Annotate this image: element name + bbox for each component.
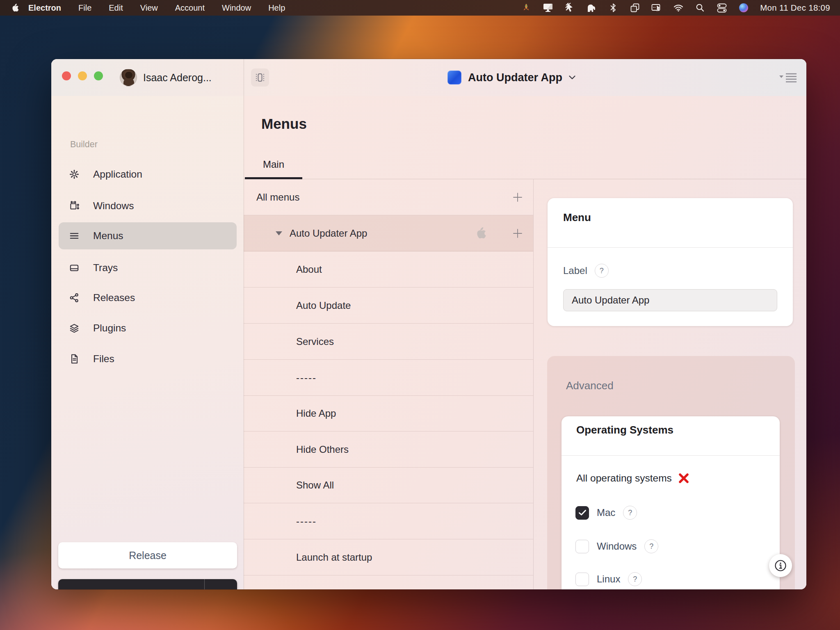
sidebar-item-label: Application xyxy=(93,169,142,180)
page-title: Menus xyxy=(261,116,307,132)
zoom-button[interactable] xyxy=(94,71,103,80)
minimize-button[interactable] xyxy=(78,71,87,80)
windows-checkbox[interactable] xyxy=(575,540,589,553)
all-menus-label: All menus xyxy=(256,192,299,203)
tray-icon xyxy=(69,262,80,273)
display-sidebar-icon[interactable] xyxy=(651,2,662,13)
all-operating-systems-label: All operating systems xyxy=(576,472,672,484)
sidebar-item-label: Files xyxy=(93,353,114,365)
sidebar-item-releases[interactable]: Releases xyxy=(59,284,237,311)
sidebar-item-label: Releases xyxy=(93,292,135,304)
help-icon[interactable]: ? xyxy=(595,264,609,278)
apple-menu-icon[interactable] xyxy=(11,4,18,12)
siri-icon[interactable] xyxy=(738,2,749,13)
user-avatar[interactable] xyxy=(120,69,137,86)
os-option-windows[interactable]: Windows ? xyxy=(575,538,658,555)
menu-item-row[interactable]: About xyxy=(244,251,533,288)
menubar-status-area: Mon 11 Dec 18:09 xyxy=(521,2,840,13)
release-button[interactable]: Release xyxy=(58,542,237,568)
menu-item-row[interactable]: Hide Others xyxy=(244,431,533,468)
card-divider xyxy=(562,455,780,456)
help-icon[interactable]: ? xyxy=(644,539,658,553)
layers-icon xyxy=(69,323,80,333)
menu-item-row[interactable]: Hide App xyxy=(244,396,533,431)
run-options-kebab-icon[interactable] xyxy=(204,579,237,589)
menubar-item-help[interactable]: Help xyxy=(268,3,285,13)
menu-item-row[interactable]: Launch at startup xyxy=(244,539,533,575)
menu-item-row[interactable]: Show All xyxy=(244,468,533,503)
sidebar-item-menus[interactable]: Menus xyxy=(59,222,237,249)
rocket-app-icon[interactable] xyxy=(521,2,532,13)
label-input[interactable]: Auto Updater App xyxy=(563,289,777,311)
add-menu-button[interactable] xyxy=(509,189,526,205)
run-button-label: Run xyxy=(58,579,204,589)
mac-checkbox[interactable] xyxy=(575,506,589,520)
control-center-icon[interactable] xyxy=(717,2,727,13)
remove-x-icon[interactable] xyxy=(678,472,690,484)
window-stack-icon[interactable] xyxy=(630,2,640,13)
outline-panel-icon[interactable] xyxy=(776,67,799,88)
search-icon[interactable] xyxy=(695,2,705,13)
menu-item-label: Show All xyxy=(296,479,334,491)
sidebar-item-windows[interactable]: Windows xyxy=(59,192,237,219)
sidebar-item-plugins[interactable]: Plugins xyxy=(59,315,237,342)
os-option-linux[interactable]: Linux ? xyxy=(575,571,642,587)
user-name[interactable]: Isaac Aderog... xyxy=(143,59,212,96)
release-button-label: Release xyxy=(129,550,167,562)
wifi-icon[interactable] xyxy=(673,2,684,13)
elephant-icon[interactable] xyxy=(586,2,597,13)
sidebar-item-files[interactable]: Files xyxy=(59,345,237,372)
info-button[interactable] xyxy=(769,554,792,577)
menubar-app-name[interactable]: Electron xyxy=(28,3,61,13)
linux-label: Linux xyxy=(597,573,620,585)
list-panel-divider xyxy=(533,179,534,589)
menubar-clock[interactable]: Mon 11 Dec 18:09 xyxy=(760,3,830,13)
help-icon[interactable]: ? xyxy=(628,572,642,586)
disclosure-triangle-icon[interactable] xyxy=(276,231,282,235)
advanced-section-label: Advanced xyxy=(566,379,614,392)
run-button[interactable]: Run xyxy=(58,579,237,589)
desktop-screen: Electron File Edit View Account Window H… xyxy=(0,0,840,630)
close-button[interactable] xyxy=(62,71,71,80)
linux-checkbox[interactable] xyxy=(575,573,589,586)
window-select-icon[interactable] xyxy=(251,68,269,87)
app-selector-dropdown[interactable]: Auto Updater App xyxy=(447,59,575,96)
window-titlebar: Isaac Aderog... Auto Updater App xyxy=(51,59,806,96)
all-menus-header-row[interactable]: All menus xyxy=(244,179,533,215)
sidebar-section-label: Builder xyxy=(70,139,98,150)
menubar-item-view[interactable]: View xyxy=(140,3,158,13)
card-divider xyxy=(548,247,793,248)
all-operating-systems-row[interactable]: All operating systems xyxy=(576,472,690,484)
document-icon xyxy=(69,354,80,364)
sidebar-item-label: Trays xyxy=(93,262,118,274)
menu-separator-row[interactable]: ----- xyxy=(244,503,533,539)
menu-root-row[interactable]: Auto Updater App xyxy=(244,215,533,251)
windows-label: Windows xyxy=(597,541,637,552)
menubar-item-file[interactable]: File xyxy=(78,3,91,13)
app-badge-icon xyxy=(447,71,461,84)
sidebar-divider xyxy=(244,59,244,589)
menu-root-label: Auto Updater App xyxy=(290,228,367,239)
menu-item-row[interactable]: Auto Update xyxy=(244,288,533,324)
mac-label: Mac xyxy=(597,507,615,518)
share-nodes-icon xyxy=(69,292,80,303)
tab-main[interactable]: Main xyxy=(245,149,302,179)
os-option-mac[interactable]: Mac ? xyxy=(575,504,637,521)
apple-platform-icon xyxy=(474,227,487,240)
bluetooth-icon[interactable] xyxy=(608,2,619,13)
menu-item-label: About xyxy=(296,264,322,275)
menubar-item-window[interactable]: Window xyxy=(222,3,251,13)
menubar-item-account[interactable]: Account xyxy=(175,3,205,13)
menu-item-row[interactable]: Services xyxy=(244,324,533,360)
help-icon[interactable]: ? xyxy=(623,506,637,520)
menubar-item-edit[interactable]: Edit xyxy=(109,3,123,13)
os-card-title: Operating Systems xyxy=(576,424,673,436)
menu-separator-row[interactable]: ----- xyxy=(244,360,533,396)
sidebar-item-trays[interactable]: Trays xyxy=(59,254,237,281)
display-icon[interactable] xyxy=(543,2,553,13)
sidebar-item-application[interactable]: Application xyxy=(59,161,237,188)
menu-item-label: Auto Update xyxy=(296,300,351,311)
add-menu-item-button[interactable] xyxy=(509,225,526,242)
main-content: Menus Main All menus Auto Updater App xyxy=(244,96,806,589)
cursor-stripes-icon[interactable] xyxy=(564,2,575,13)
